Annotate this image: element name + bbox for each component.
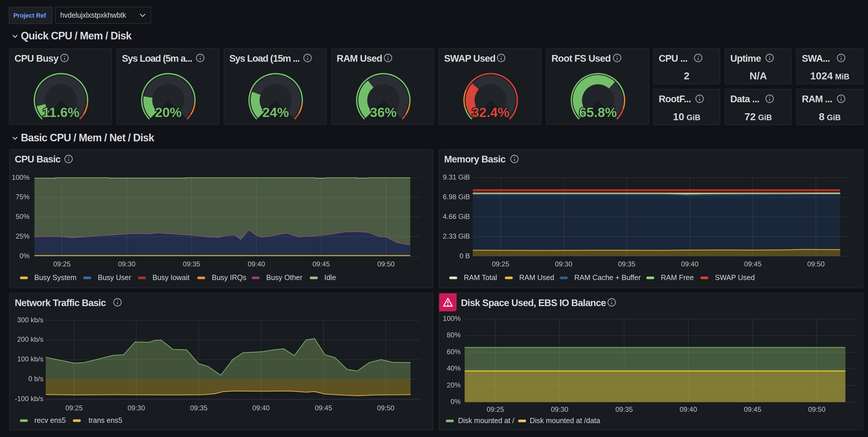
svg-text:36%: 36%: [370, 105, 396, 120]
svg-text:20%: 20%: [155, 105, 182, 120]
svg-text:32.4%: 32.4%: [472, 105, 509, 120]
svg-text:11.6%: 11.6%: [42, 105, 80, 120]
svg-text:65.8%: 65.8%: [579, 105, 617, 120]
svg-text:24%: 24%: [262, 105, 289, 120]
